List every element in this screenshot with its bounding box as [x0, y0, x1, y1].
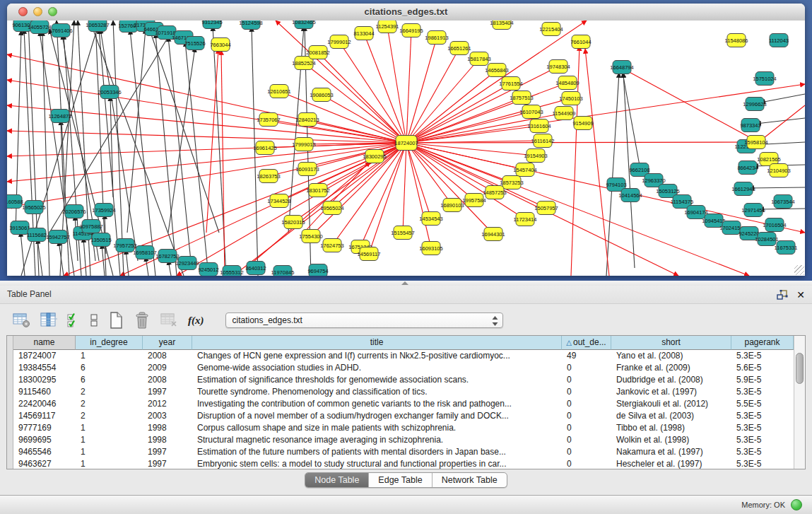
scrollbar-thumb[interactable]: [796, 353, 804, 384]
graph-node[interactable]: 15124598: [239, 21, 262, 30]
resize-grip[interactable]: [794, 265, 804, 275]
table-row[interactable]: 977716911998Corpus callosum shape and si…: [13, 422, 794, 434]
graph-edge[interactable]: [126, 250, 129, 276]
graph-node[interactable]: 16944301: [481, 228, 505, 241]
graph-edge[interactable]: [749, 187, 805, 188]
graph-node[interactable]: 17624753: [320, 239, 343, 252]
graph-node[interactable]: 7663044: [210, 38, 230, 52]
graph-node[interactable]: 17344528: [267, 194, 290, 208]
graph-node[interactable]: 15155457: [391, 226, 414, 240]
graph-node[interactable]: 10673544: [771, 195, 794, 209]
network-window-titlebar[interactable]: citations_edges.txt: [7, 4, 805, 21]
graph-node[interactable]: 10555312: [220, 266, 243, 276]
graph-node[interactable]: 17016504: [763, 218, 786, 232]
graph-node[interactable]: 15457404: [513, 163, 536, 177]
graph-edge[interactable]: [406, 84, 805, 143]
graph-node[interactable]: 1112043: [769, 34, 789, 47]
graph-node[interactable]: 14854809: [555, 76, 579, 90]
column-header-name[interactable]: name: [13, 336, 76, 350]
graph-node[interactable]: 16116142: [531, 134, 555, 148]
graph-node[interactable]: 12104903: [767, 164, 790, 177]
graph-edge[interactable]: [625, 70, 753, 139]
graph-edge[interactable]: [756, 118, 805, 124]
graph-edge[interactable]: [406, 30, 411, 143]
graph-node[interactable]: 9312345: [201, 21, 222, 29]
delete-trash-icon[interactable]: [134, 310, 151, 330]
graph-edge[interactable]: [206, 49, 218, 233]
table-row[interactable]: 1456911722003Disruption of a novel membe…: [13, 410, 794, 422]
graph-node[interactable]: 16093105: [419, 242, 442, 255]
graph-node[interactable]: 9154909: [572, 117, 593, 130]
graph-edge[interactable]: [406, 83, 511, 143]
graph-node[interactable]: 17450103: [559, 92, 582, 105]
column-header-in_degree[interactable]: in_degree: [76, 336, 143, 350]
table-row[interactable]: 969969511998Structural magnetic resonanc…: [13, 434, 794, 446]
graph-node[interactable]: 16649195: [399, 24, 423, 37]
graph-node[interactable]: 11675331: [775, 241, 798, 255]
graph-node[interactable]: 20081852: [306, 46, 329, 59]
graph-edge[interactable]: [387, 26, 406, 143]
select-checks-icon[interactable]: [67, 310, 80, 330]
graph-node[interactable]: 16958107: [133, 246, 156, 259]
graph-node[interactable]: 15820315: [281, 216, 305, 229]
graph-edge[interactable]: [406, 48, 459, 143]
table-row[interactable]: 1938455462009Genome-wide association stu…: [13, 362, 794, 374]
graph-edge[interactable]: [760, 94, 805, 103]
graph-node[interactable]: 17357067: [257, 113, 280, 127]
column-header-year[interactable]: year: [143, 336, 192, 350]
network-canvas[interactable]: 9061301140557241769140610653287152760221…: [7, 21, 805, 276]
graph-node[interactable]: 20206576: [62, 205, 86, 218]
graph-edge[interactable]: [7, 54, 406, 143]
graph-node[interactable]: 15817843: [467, 52, 490, 66]
graph-node[interactable]: 12971456: [741, 204, 765, 217]
graph-node[interactable]: 13161604: [527, 119, 551, 133]
graph-edge[interactable]: [585, 49, 609, 276]
graph-node[interactable]: 14534543: [419, 212, 442, 226]
new-document-icon[interactable]: [108, 310, 124, 330]
table-row[interactable]: 946362711997Embryonic stem cells: a mode…: [13, 458, 794, 469]
tab-node-table[interactable]: Node Table: [305, 473, 368, 487]
graph-node[interactable]: 17691406: [49, 24, 72, 37]
graph-node[interactable]: 16612943: [731, 182, 755, 196]
graph-node[interactable]: 7515526: [184, 37, 205, 50]
graph-node[interactable]: 12996628: [743, 98, 766, 111]
graph-node[interactable]: 19748304: [546, 60, 570, 74]
graph-edge[interactable]: [406, 143, 474, 200]
graph-edge[interactable]: [760, 105, 805, 141]
graph-node[interactable]: 11723414: [514, 213, 537, 226]
graph-node[interactable]: 11548086: [725, 34, 748, 47]
float-panel-icon[interactable]: [777, 290, 788, 300]
graph-node[interactable]: 18757513: [510, 91, 533, 105]
graph-node[interactable]: 18724007: [394, 136, 418, 151]
network-table-select[interactable]: citations_edges.txt: [225, 313, 503, 328]
graph-node[interactable]: 16648794: [610, 61, 633, 74]
graph-node[interactable]: 10414564: [618, 189, 642, 202]
table-scrollbar[interactable]: [794, 336, 805, 469]
graph-node[interactable]: 11544909: [553, 107, 576, 120]
graph-node[interactable]: 30975887: [79, 220, 102, 233]
graph-node[interactable]: 10832465: [292, 21, 315, 29]
graph-edge[interactable]: [146, 257, 148, 276]
column-header-pagerank[interactable]: pagerank: [731, 336, 794, 350]
graph-node[interactable]: 15958104: [744, 136, 767, 149]
graph-node[interactable]: 20053346: [98, 86, 121, 99]
graph-node[interactable]: 11264872: [49, 110, 72, 123]
graph-edge[interactable]: [406, 37, 437, 143]
graph-node[interactable]: 15942757: [46, 230, 69, 244]
graph-node[interactable]: 1115682: [27, 228, 47, 242]
graph-node[interactable]: 7661044: [570, 35, 591, 49]
graph-node[interactable]: 12923449: [175, 257, 199, 270]
graph-node[interactable]: 9245012: [198, 263, 218, 276]
graph-node[interactable]: 19861913: [425, 31, 448, 45]
graph-node[interactable]: 1350515: [90, 233, 111, 247]
graph-edge[interactable]: [759, 209, 805, 209]
network-graph[interactable]: 9061301140557241769140610653287152760221…: [7, 21, 805, 276]
graph-node[interactable]: 8640312: [245, 262, 266, 275]
graph-node[interactable]: 14857253: [483, 186, 506, 199]
graph-node[interactable]: 12840213: [295, 113, 319, 127]
column-header-short[interactable]: short: [611, 336, 731, 350]
graph-node[interactable]: 16961425: [253, 141, 276, 155]
column-header-title[interactable]: title: [192, 336, 562, 350]
graph-node[interactable]: 18300295: [363, 150, 386, 163]
graph-edge[interactable]: [20, 232, 25, 276]
